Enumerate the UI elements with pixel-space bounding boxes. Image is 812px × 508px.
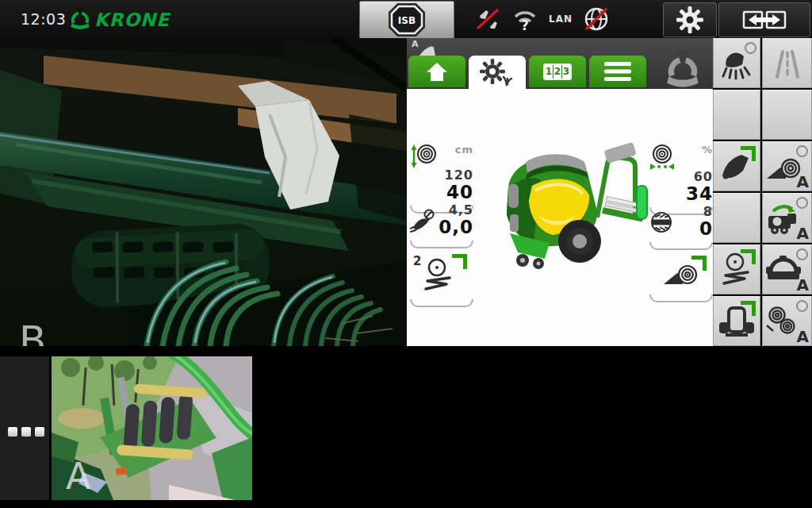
radio-indicator [796,300,808,312]
home-icon [425,60,449,83]
field-underline [649,242,713,250]
krone-wordmark: KRONE [94,10,170,30]
wifi-unknown-icon: ? [511,6,539,33]
svg-text:?: ? [521,17,529,33]
auto-mode-label: A [797,277,809,293]
active-corner-marker [741,249,756,264]
bale-density-current: 34 [649,184,713,204]
softkey-sidebar: A A A [713,38,812,348]
net-wrap-icon [649,210,673,234]
work-screen-panel: cm 120 40 4,5 0,0 2 [407,89,713,346]
active-corner-marker [452,254,467,269]
one-two-three-icon: 123 [543,64,572,80]
auto-horn-mode-label: A [412,39,419,49]
status-icon-group: ? LAN [474,3,611,35]
tab-strip: 123 [408,56,646,89]
bale-density-unit: % [675,144,713,155]
ellipsis-icon [8,427,44,437]
gear-plant-icon [480,58,515,87]
bales-auto-button[interactable]: A [762,296,812,346]
bale-diameter-unit: cm [437,144,473,155]
net-wrap-target: 8 [673,205,713,219]
baler-wrapper-illustration [486,138,657,281]
auto-mode-label: A [797,174,809,190]
camera-a-label: A [66,455,90,498]
bale-lift-button[interactable] [713,244,760,294]
screen-swap-button[interactable] [718,2,810,37]
tab-settings[interactable] [469,56,526,89]
field-bale-ramp [649,260,713,302]
field-net-wrap: 8 0 [649,205,713,250]
net-wrap-current: 0 [673,219,713,239]
bale-ramp-auto-button[interactable]: A [762,141,812,191]
tab-home[interactable] [408,56,465,87]
hamburger-icon [603,61,632,82]
auto-mode-label: A [797,329,809,344]
knife-target: 4,5 [435,203,473,217]
tab-menu[interactable] [589,56,646,87]
tab-counters[interactable]: 123 [529,56,586,87]
tailgate-button[interactable] [713,141,760,191]
bale-diameter-icon [410,144,437,168]
top-status-bar: 12:03 KRONE ISB ? LAN [0,0,812,38]
active-corner-marker [691,256,707,271]
field-underline [410,299,473,307]
bale-diameter-current: 40 [410,183,473,202]
field-underline [410,241,473,248]
clock: 12:03 [21,10,66,28]
softkey-empty-3 [713,193,760,243]
machine-rear-button[interactable] [713,296,760,346]
camera-view-a-thumbnail[interactable]: A [52,356,252,500]
no-internet-icon [582,5,611,33]
camera-view-b[interactable]: B [0,38,407,346]
field-knife: 4,5 0,0 [410,203,473,248]
work-lights-button[interactable] [713,38,760,88]
knife-icon [410,208,435,233]
gear-icon [676,6,703,33]
bale-diameter-target: 120 [410,168,473,183]
radio-indicator [796,248,808,260]
softkey-empty-2 [762,90,812,140]
road-icon [770,47,805,80]
swap-screen-icon [741,6,787,34]
lan-status-label: LAN [549,13,573,25]
bales-icon [765,305,800,338]
terminal-header: A [407,38,713,89]
field-underline [649,294,713,302]
krone-crown-icon [68,6,92,33]
svg-text:ISB: ISB [398,15,416,26]
settings-button[interactable] [663,2,717,37]
bale-lift-count: 2 [413,254,421,268]
active-corner-marker [741,301,756,316]
camera-more-button[interactable] [0,356,49,500]
wrapper-auto-button[interactable]: A [762,244,812,294]
audio-muted-icon [474,6,501,33]
radio-indicator [796,145,808,157]
bale-lift-icon [421,257,456,294]
bottom-strip: A [0,346,812,508]
bale-density-icon [649,144,675,170]
isb-button[interactable]: ISB [359,1,454,39]
radio-indicator [745,42,756,54]
bale-transfer-auto-button[interactable]: A [762,193,812,243]
camera-b-scene [0,38,407,346]
field-bale-lift: 2 [410,257,473,307]
softkey-empty-1 [713,90,760,140]
krone-crown-logo-gray [662,49,703,90]
radio-indicator [796,197,808,209]
krone-logo: KRONE [68,6,170,33]
active-corner-marker [741,146,756,161]
auto-mode-label: A [797,225,809,241]
bale-density-target: 60 [649,170,713,184]
isb-stop-octagon-icon: ISB [388,2,426,37]
road-mode-button[interactable] [762,38,812,88]
knife-current: 0,0 [435,217,473,237]
